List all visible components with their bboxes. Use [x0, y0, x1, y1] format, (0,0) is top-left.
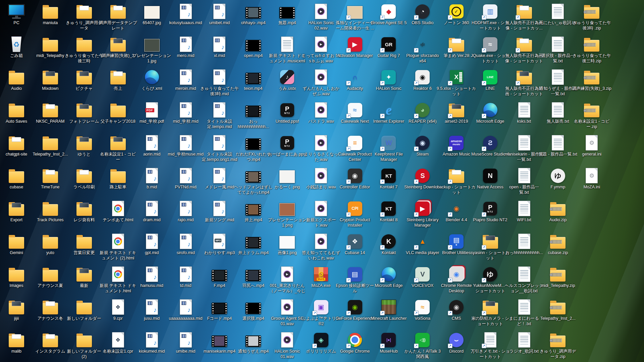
- shortcut-arrow-overlay: ↗: [448, 15, 452, 20]
- icon-label: かるーく.png: [275, 185, 300, 190]
- icon-label: Microsoft Edge: [476, 119, 504, 124]
- shortcut-arrow-overlay: ↗: [482, 278, 486, 283]
- folder-icon: [110, 135, 126, 151]
- icon-label: VOICEVOX: [412, 283, 433, 289]
- internet-explorer-icon: e↗: [381, 102, 397, 118]
- shortcut-arrow-overlay: ↗: [516, 48, 520, 53]
- video-file-icon: [245, 168, 261, 184]
- icon-label: ノートン 360: [444, 20, 469, 26]
- folder-icon: [110, 3, 126, 19]
- folder-icon: [42, 200, 58, 217]
- icon-label: manisekarin.mp4: [204, 349, 235, 354]
- folder-icon: ↗: [448, 36, 465, 52]
- icon-label: MoZA.exe: [312, 283, 331, 289]
- shortcut-arrow-overlay: ↗: [414, 344, 419, 348]
- icon-label: mid_学校.pdf: [140, 119, 164, 124]
- desktop-icon[interactable]: ⚙general.ini: [572, 135, 612, 157]
- icon-label: kotusytuaaus.mid: [169, 20, 202, 26]
- shortcut-arrow-overlay: ↗: [414, 15, 419, 20]
- excel-icon: X↗: [448, 69, 465, 85]
- shortcut-arrow-overlay: ↗: [482, 15, 486, 20]
- icon-label: Discord: [449, 349, 464, 354]
- icon-label: 路上駐車: [110, 185, 126, 190]
- folder-icon: [8, 299, 24, 315]
- shortcut-arrow-overlay: ↗: [312, 311, 317, 315]
- icon-label: kiokumed.mid: [139, 349, 165, 354]
- icon-label: Steam: [417, 152, 429, 157]
- folder-icon: [76, 36, 92, 52]
- midi-file-icon: ♪: [178, 36, 194, 52]
- desktop-icon[interactable]: Audio.zip: [538, 200, 578, 223]
- app-icon: ▣↗: [313, 299, 329, 315]
- folder-icon: [42, 168, 58, 184]
- icon-label: midi_Telepathy: [36, 53, 64, 59]
- text-file-icon: [516, 102, 532, 118]
- icon-label: F.ymmp: [551, 185, 566, 190]
- icon-label: うみ.ustx: [278, 86, 296, 92]
- icon-label: 無題.mp4: [278, 20, 296, 26]
- desktop[interactable]: PC♻ごみ箱AudioAuto Saveschatgpt-sitecubaseE…: [0, 0, 644, 362]
- icon-label: MuseScore Studio 4: [471, 152, 509, 157]
- shortcut-arrow-overlay: ↗: [414, 146, 419, 151]
- wav-file-icon: ▶: [313, 69, 329, 85]
- midi-file-icon: ♪: [211, 3, 227, 19]
- shortcut-arrow-overlay: ↗: [414, 311, 419, 315]
- icon-label: LINE: [486, 86, 495, 92]
- icon-label: ラベル印刷: [73, 185, 95, 190]
- desktop-icon[interactable]: 調声練習(失敗)_3.zip: [572, 69, 612, 92]
- desktop-icon[interactable]: きゅうり食ってた午後3時 .zip: [572, 3, 612, 31]
- icon-label: VoiSona: [415, 316, 431, 321]
- app-icon: ◉↗: [448, 266, 465, 282]
- icon-label: くらび.xml: [142, 86, 162, 92]
- text-file-icon: [516, 168, 532, 184]
- icon-label: umibe.mid: [176, 349, 196, 354]
- midi-file-icon: ♪: [144, 266, 160, 282]
- app-icon: ▤↗: [347, 266, 363, 282]
- icon-label: おっhhhhhhhhhhh...: [505, 250, 543, 256]
- desktop-icon[interactable]: きゅうり_調声用データ.zip: [538, 332, 578, 359]
- icon-label: gpt.mid: [145, 250, 159, 256]
- folder-icon: [76, 299, 92, 315]
- app-icon: ◉↗: [448, 200, 465, 217]
- desktop-icon[interactable]: ⚙MoZA.ini: [572, 168, 612, 190]
- icon-label: フォトフレーム: [69, 119, 99, 124]
- desktop-icon[interactable]: Telepathy_Inst_2...: [538, 299, 578, 321]
- video-file-icon: [245, 36, 261, 52]
- shortcut-arrow-overlay: ↗: [346, 48, 351, 53]
- shortcut-arrow-overlay: ↗: [346, 311, 351, 315]
- app-icon: K↗: [381, 233, 397, 249]
- text-file-icon: [516, 266, 532, 282]
- app-icon: ▶↗: [347, 36, 363, 52]
- midi-file-icon: ♪: [144, 200, 160, 217]
- icon-label: midi_Telepathy.zip: [541, 283, 575, 289]
- text-file-icon: [550, 36, 566, 52]
- icon-label: td.mid: [180, 283, 191, 289]
- shortcut-arrow-overlay: ↗: [482, 146, 486, 151]
- shortcut-arrow-overlay: ↗: [414, 179, 419, 184]
- icon-label: OBS Studio: [412, 20, 433, 26]
- app-icon: ◉↗: [347, 168, 363, 184]
- shortcut-arrow-overlay: ↗: [448, 212, 452, 217]
- wav-file-icon: ▶: [313, 168, 329, 184]
- midi-file-icon: ♪: [211, 200, 227, 217]
- desktop-icon[interactable]: cubase.zip: [538, 233, 578, 256]
- text-file-icon: [550, 102, 566, 118]
- video-file-icon: [211, 266, 227, 282]
- icon-label: Telepathy_Inst_2...: [33, 152, 68, 157]
- folder-icon: [42, 299, 58, 315]
- icon-label: Telepathy_Inst_2...: [540, 316, 576, 321]
- shortcut-arrow-overlay: ↗: [346, 212, 351, 217]
- piapro-icon: PNT2: [279, 135, 295, 151]
- app-icon: GR↗: [381, 36, 397, 52]
- icon-label: 選択肢.mp4: [243, 316, 264, 321]
- icon-label: NKSC_PARAM: [36, 119, 64, 124]
- desktop-icon[interactable]: きゅうり食ってた午後三時.zip: [572, 36, 612, 64]
- icon-label: Piapro Studio NT2: [473, 218, 507, 223]
- app-icon: ◆↗: [381, 3, 397, 19]
- midi-file-icon: ♪: [211, 36, 227, 52]
- image-thumbnail-icon: [144, 36, 160, 52]
- desktop-icon[interactable]: midi_Telepathy.zip: [538, 266, 578, 289]
- desktop-icon[interactable]: 名称未設定1 - コピー.zip: [572, 102, 612, 129]
- shortcut-arrow-overlay: ↗: [380, 179, 385, 184]
- app-icon: V↗: [415, 266, 431, 282]
